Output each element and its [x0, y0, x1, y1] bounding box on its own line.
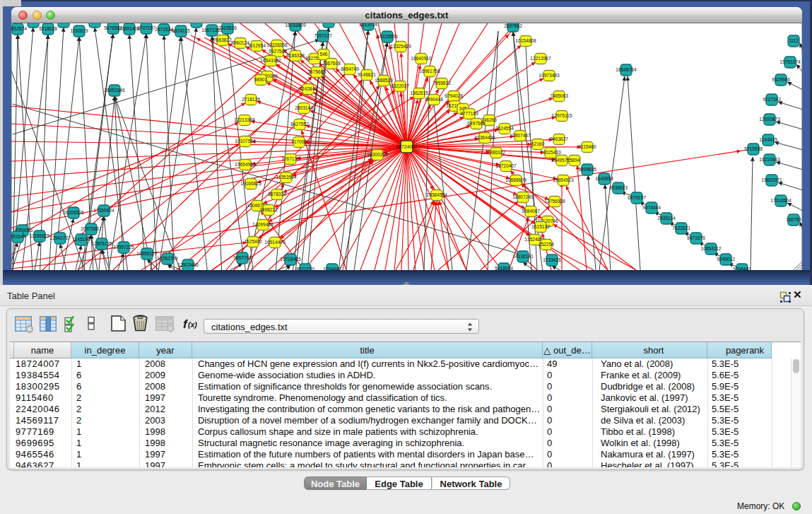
- svg-text:7986322: 7986322: [487, 150, 505, 155]
- svg-text:14099489: 14099489: [252, 222, 273, 227]
- svg-text:1112: 1112: [789, 38, 799, 43]
- svg-text:3653446: 3653446: [319, 23, 338, 24]
- svg-text:18300295: 18300295: [367, 152, 388, 157]
- svg-text:9227342: 9227342: [763, 97, 781, 102]
- svg-text:1054447: 1054447: [323, 267, 341, 270]
- svg-text:10154808: 10154808: [515, 38, 536, 43]
- svg-text:12975115: 12975115: [552, 113, 572, 118]
- svg-text:8454749: 8454749: [341, 66, 359, 71]
- svg-text:9245012: 9245012: [717, 257, 735, 262]
- svg-text:1145194: 1145194: [72, 237, 90, 242]
- svg-text:13756928: 13756928: [544, 199, 565, 204]
- svg-text:10025433: 10025433: [540, 150, 561, 155]
- svg-text:391549: 391549: [11, 234, 25, 239]
- svg-text:3912954: 3912954: [247, 43, 266, 48]
- svg-text:9857791: 9857791: [233, 255, 252, 260]
- svg-text:1588520: 1588520: [375, 78, 393, 83]
- svg-text:3267130: 3267130: [281, 156, 300, 161]
- svg-text:1244415: 1244415: [759, 137, 777, 142]
- svg-text:8294150: 8294150: [187, 23, 206, 24]
- svg-text:3875685: 3875685: [307, 69, 326, 74]
- svg-text:12942737: 12942737: [49, 235, 71, 240]
- svg-text:16640910: 16640910: [411, 56, 432, 61]
- svg-text:12093873: 12093873: [759, 117, 780, 122]
- svg-text:20975867: 20975867: [81, 226, 102, 231]
- svg-text:9899695: 9899695: [578, 167, 596, 172]
- svg-text:7955812: 7955812: [433, 81, 451, 86]
- svg-text:13325419: 13325419: [390, 44, 411, 49]
- svg-text:16648784: 16648784: [616, 67, 637, 72]
- svg-text:26206526: 26206526: [63, 210, 84, 215]
- svg-text:16033809: 16033809: [285, 23, 306, 28]
- svg-text:12213967: 12213967: [530, 56, 551, 61]
- svg-text:6322037: 6322037: [391, 83, 409, 88]
- svg-text:12923446: 12923446: [177, 262, 199, 267]
- svg-text:8471676: 8471676: [687, 235, 705, 240]
- svg-text:9777169: 9777169: [460, 111, 478, 116]
- svg-text:2921859: 2921859: [86, 23, 104, 24]
- svg-text:2803144: 2803144: [295, 105, 313, 110]
- svg-text:62160: 62160: [531, 141, 545, 146]
- svg-text:7485063: 7485063: [550, 93, 568, 98]
- svg-text:116753: 116753: [786, 217, 801, 222]
- svg-text:7632621: 7632621: [672, 226, 690, 230]
- svg-text:7357227: 7357227: [314, 33, 332, 38]
- svg-text:12213369: 12213369: [234, 117, 255, 122]
- svg-text:19166825: 19166825: [240, 181, 261, 186]
- svg-text:15751074: 15751074: [779, 59, 801, 64]
- svg-text:15692971: 15692971: [761, 177, 782, 182]
- svg-text:10654112: 10654112: [701, 246, 722, 251]
- svg-text:1192619: 1192619: [70, 28, 88, 33]
- svg-text:546: 546: [319, 52, 327, 57]
- svg-text:9329966: 9329966: [772, 77, 790, 82]
- svg-text:17016504: 17016504: [770, 198, 792, 203]
- svg-text:8813014: 8813014: [359, 23, 377, 27]
- svg-text:5418934: 5418934: [495, 266, 513, 270]
- svg-text:8990448: 8990448: [425, 97, 443, 102]
- svg-text:19384554: 19384554: [426, 192, 447, 197]
- svg-text:1240557: 1240557: [54, 23, 73, 24]
- svg-text:15718485: 15718485: [280, 257, 301, 262]
- svg-text:19654985: 19654985: [235, 162, 256, 167]
- svg-text:15720407: 15720407: [495, 163, 517, 168]
- svg-text:18724007: 18724007: [396, 144, 417, 149]
- svg-text:6707197: 6707197: [137, 25, 155, 30]
- svg-text:6879197: 6879197: [628, 195, 646, 200]
- svg-text:16914479: 16914479: [264, 240, 286, 245]
- svg-text:1640954: 1640954: [595, 176, 613, 181]
- svg-text:9115460: 9115460: [578, 144, 596, 149]
- svg-text:98901: 98901: [254, 77, 268, 82]
- svg-text:9474444: 9474444: [642, 205, 661, 210]
- svg-text:9084067: 9084067: [522, 209, 540, 214]
- svg-text:6794028: 6794028: [445, 93, 463, 98]
- svg-text:2718126: 2718126: [242, 97, 260, 102]
- svg-text:1362615: 1362615: [410, 90, 428, 95]
- svg-text:8612220: 8612220: [296, 267, 314, 270]
- svg-text:9463627: 9463627: [550, 136, 568, 141]
- svg-text:26053346: 26053346: [104, 88, 125, 93]
- svg-text:2871534: 2871534: [155, 27, 173, 32]
- svg-text:10107554: 10107554: [235, 139, 256, 144]
- svg-text:8878334: 8878334: [268, 192, 286, 197]
- svg-text:17359924: 17359924: [93, 208, 114, 213]
- svg-text:6497568: 6497568: [467, 121, 486, 126]
- svg-text:14136141: 14136141: [512, 254, 534, 259]
- svg-text:2687862: 2687862: [504, 23, 522, 28]
- svg-text:10688609: 10688609: [505, 177, 526, 182]
- svg-text:417006: 417006: [291, 139, 307, 144]
- svg-text:19228506: 19228506: [377, 34, 398, 39]
- svg-text:2367608: 2367608: [322, 61, 341, 66]
- svg-text:5894: 5894: [570, 158, 580, 163]
- svg-text:9927503: 9927503: [269, 49, 287, 54]
- svg-text:8938923: 8938923: [609, 185, 628, 190]
- svg-text:1733426: 1733426: [543, 257, 561, 262]
- svg-text:12505135: 12505135: [91, 241, 112, 246]
- svg-text:17957225: 17957225: [113, 245, 134, 250]
- svg-text:7625402: 7625402: [244, 239, 262, 244]
- svg-text:8186328: 8186328: [286, 53, 305, 58]
- svg-text:3624554: 3624554: [495, 126, 514, 131]
- svg-text:9242848: 9242848: [299, 86, 317, 91]
- svg-text:1615132: 1615132: [531, 224, 550, 229]
- svg-text:7515526: 7515526: [218, 25, 237, 30]
- svg-text:8427552: 8427552: [290, 122, 309, 127]
